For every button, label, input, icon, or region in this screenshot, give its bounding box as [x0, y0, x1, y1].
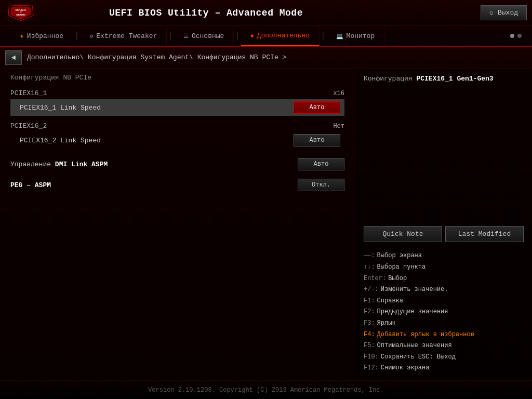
hotkey-f10: F10: Сохранить ESC: Выход — [364, 352, 524, 363]
right-title-bold: PCIEX16_1 Gen1-Gen3 — [416, 75, 493, 83]
back-button[interactable]: ◄ — [5, 50, 22, 65]
hotkey-plusminus: +/-: Изменить значение. — [364, 284, 524, 296]
right-spacer — [364, 89, 524, 226]
control-peg-bold: PEG – ASPM — [10, 181, 51, 189]
hotkey-f4-key: F4: — [364, 329, 375, 341]
control-row-peg: PEG – ASPM Откл. — [10, 176, 344, 194]
control-dmi-label: Управление DMI Link ASPM — [10, 161, 108, 168]
hotkey-f4-value: Добавить ярлык в избранное — [377, 329, 474, 341]
svg-point-6 — [20, 18, 22, 19]
nav-dot-2 — [517, 34, 522, 38]
hotkey-arrows-key: →←: — [364, 250, 375, 262]
exit-button[interactable]: ⎐ Выход — [481, 5, 527, 20]
hotkey-f3-key: F3: — [364, 318, 375, 329]
hotkey-f2-key: F2: — [364, 307, 375, 318]
nav-item-favorites[interactable]: ★ Избранное — [10, 25, 73, 46]
pcie-group-2-value: Нет — [333, 123, 344, 130]
nav-label-extreme: Extreme Tweaker — [96, 32, 157, 40]
nav-divider-2: | — [167, 31, 174, 41]
svg-text:REPUBLIC: REPUBLIC — [15, 8, 26, 11]
hotkey-enter-value: Выбор — [388, 273, 407, 285]
pcie-group-1: PCIEX16_1 x16 PCIEX16_1 Link Speed Авто — [10, 89, 344, 116]
hotkey-enter: Enter: Выбор — [364, 273, 524, 285]
control-row-dmi: Управление DMI Link ASPM Авто — [10, 155, 344, 174]
hotkey-f12-value: Снимок экрана — [381, 363, 430, 374]
hotkey-f5-value: Оптимальные значения — [377, 340, 452, 352]
breadcrumb-path: Дополнительно\ Конфигурация System Agent… — [27, 54, 286, 61]
pcie-group-1-label: PCIEX16_1 — [10, 89, 47, 97]
hotkey-enter-key: Enter: — [364, 273, 386, 285]
hotkey-f1: F1: Справка — [364, 296, 524, 307]
right-title: Конфигурация PCIEX16_1 Gen1-Gen3 — [364, 75, 524, 83]
monitor-icon: 💻 — [336, 33, 343, 39]
pcie-group-2-header: PCIEX16_2 Нет — [10, 122, 344, 130]
nav-divider-1: | — [73, 31, 81, 41]
advanced-icon: ◆ — [250, 32, 254, 39]
nav-dots — [510, 34, 522, 38]
hotkey-f10-value: Сохранить ESC: Выход — [381, 352, 456, 363]
nav-dot-1 — [510, 34, 514, 38]
footer-text: Version 2.10.1208. Copyright (C) 2013 Am… — [148, 387, 384, 394]
hotkey-plusminus-value: Изменить значение. — [381, 284, 448, 296]
breadcrumb: Дополнительно\ Конфигурация System Agent… — [27, 54, 286, 61]
header: REPUBLIC OF GAMERS UEFI BIOS Utility – A… — [0, 0, 532, 26]
nav-label-favorites: Избранное — [27, 32, 63, 40]
pcie-group-2: PCIEX16_2 Нет PCIEX16_2 Link Speed Авто — [10, 122, 344, 149]
control-peg-btn[interactable]: Откл. — [298, 179, 344, 191]
hotkey-updown-value: Выбора пункта — [377, 262, 426, 273]
nav-divider-4: | — [320, 31, 327, 41]
last-modified-button[interactable]: Last Modified — [445, 226, 524, 242]
nav-label-monitor: Монитор — [347, 32, 375, 40]
quick-note-button[interactable]: Quick Note — [364, 226, 442, 242]
hotkey-updown-key: ↑↓: — [364, 262, 375, 273]
hotkey-updown: ↑↓: Выбора пункта — [364, 262, 524, 273]
right-title-prefix: Конфигурация — [364, 75, 413, 83]
control-dmi-prefix: Управление — [10, 161, 51, 168]
hotkey-f10-key: F10: — [364, 352, 379, 363]
rog-logo: REPUBLIC OF GAMERS — [5, 3, 36, 23]
pcie-row-2-label: PCIEX16_2 Link Speed — [20, 137, 101, 144]
nav-label-main: Основные — [192, 32, 224, 40]
hotkey-f3: F3: Ярлык — [364, 318, 524, 329]
navbar: ★ Избранное | ⚙ Extreme Tweaker | ☰ Осно… — [0, 26, 532, 47]
tweaker-icon: ⚙ — [90, 33, 94, 39]
pcie-row-1-btn[interactable]: Авто — [294, 101, 340, 114]
hotkey-f2: F2: Предыдущие значения — [364, 307, 524, 318]
pcie-group-1-value: x16 — [333, 90, 344, 97]
pcie-group-1-header: PCIEX16_1 x16 — [10, 89, 344, 97]
hotkey-f5: F5: Оптимальные значения — [364, 340, 524, 352]
hotkeys-section: →←: Выбор экрана ↑↓: Выбора пункта Enter… — [364, 250, 524, 374]
main-content: Конфигурация NB PCIe PCIEX16_1 x16 PCIEX… — [0, 69, 532, 380]
nav-item-main[interactable]: ☰ Основные — [174, 25, 234, 46]
list-icon: ☰ — [183, 33, 189, 39]
pcie-row-2-btn[interactable]: Авто — [294, 134, 340, 147]
nav-item-advanced[interactable]: ◆ Дополнительно — [241, 25, 320, 46]
svg-text:GAMERS: GAMERS — [16, 14, 25, 16]
hotkey-f5-key: F5: — [364, 340, 375, 352]
nav-divider-3: | — [234, 31, 241, 41]
pcie-row-1[interactable]: PCIEX16_1 Link Speed Авто — [10, 99, 344, 116]
breadcrumb-bar: ◄ Дополнительно\ Конфигурация System Age… — [0, 47, 532, 69]
exit-icon: ⎐ — [489, 9, 494, 17]
hotkey-f1-key: F1: — [364, 296, 375, 307]
nav-item-extreme[interactable]: ⚙ Extreme Tweaker — [81, 25, 167, 46]
hotkey-arrows-value: Выбор экрана — [377, 250, 422, 262]
hotkey-plusminus-key: +/-: — [364, 284, 379, 296]
left-panel: Конфигурация NB PCIe PCIEX16_1 x16 PCIEX… — [0, 69, 355, 380]
hotkey-f4: F4: Добавить ярлык в избранное — [364, 329, 524, 341]
pcie-row-2[interactable]: PCIEX16_2 Link Speed Авто — [10, 132, 344, 149]
control-dmi-btn[interactable]: Авто — [298, 158, 344, 170]
star-icon: ★ — [20, 32, 24, 40]
section-title: Конфигурация NB PCIe — [10, 74, 344, 82]
footer: Version 2.10.1208. Copyright (C) 2013 Am… — [0, 380, 532, 399]
hotkey-f2-value: Предыдущие значения — [377, 307, 448, 318]
pcie-row-1-label: PCIEX16_1 Link Speed — [20, 104, 101, 112]
hotkey-f12: F12: Снимок экрана — [364, 363, 524, 374]
pcie-group-2-label: PCIEX16_2 — [10, 122, 47, 130]
exit-label: Выход — [498, 9, 518, 17]
quick-note-area: Quick Note Last Modified — [364, 226, 524, 242]
control-dmi-bold: DMI Link ASPM — [55, 161, 108, 168]
nav-item-monitor[interactable]: 💻 Монитор — [327, 25, 385, 46]
logo-area: REPUBLIC OF GAMERS — [5, 3, 109, 23]
svg-text:OF: OF — [20, 11, 22, 14]
